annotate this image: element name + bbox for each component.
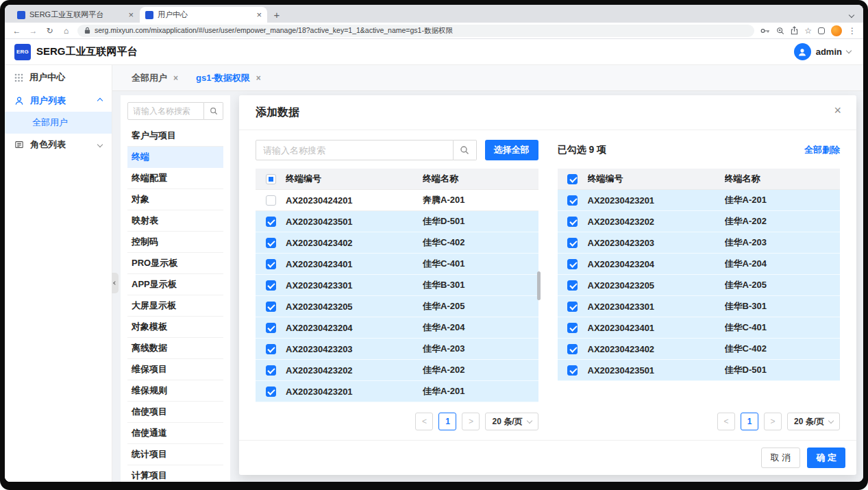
category-search-input[interactable] xyxy=(127,102,204,120)
category-item[interactable]: PRO显示板 xyxy=(127,253,223,274)
category-item[interactable]: 信使通道 xyxy=(127,423,223,444)
bookmark-star-icon[interactable]: ☆ xyxy=(804,27,812,35)
table-row[interactable]: AX20230423203 佳华A-203 xyxy=(558,232,841,254)
table-row[interactable]: AX20230423301 佳华B-301 xyxy=(256,275,538,296)
password-key-icon[interactable] xyxy=(760,28,770,34)
table-row[interactable]: AX20230423501 佳华D-501 xyxy=(256,211,538,232)
table-scrollbar[interactable] xyxy=(537,271,541,300)
row-checkbox[interactable] xyxy=(266,365,276,376)
table-row[interactable]: AX20230423401 佳华C-401 xyxy=(558,317,841,339)
sidebar-item-all-users[interactable]: 全部用户 xyxy=(5,112,112,134)
row-checkbox[interactable] xyxy=(567,280,578,291)
sidebar-item-user-center[interactable]: 用户中心 xyxy=(5,65,112,90)
table-row[interactable]: AX20230423205 佳华A-205 xyxy=(256,296,538,317)
pagination-next-button[interactable]: > xyxy=(462,413,480,430)
table-row[interactable]: AX20230423201 佳华A-201 xyxy=(256,381,538,402)
table-row[interactable]: AX20230423204 佳华A-204 xyxy=(256,317,538,339)
table-row[interactable]: AX20230423402 佳华C-402 xyxy=(558,339,841,360)
forward-button[interactable]: → xyxy=(28,27,38,35)
category-item[interactable]: 控制码 xyxy=(127,232,223,253)
row-checkbox[interactable] xyxy=(266,217,276,227)
row-checkbox[interactable] xyxy=(266,238,276,248)
content-tab[interactable]: 全部用户 × xyxy=(132,72,178,84)
category-item[interactable]: 终端 xyxy=(127,147,223,168)
table-row[interactable]: AX20230423402 佳华C-402 xyxy=(256,232,538,254)
confirm-button[interactable]: 确 定 xyxy=(807,448,845,468)
category-item[interactable]: 维保项目 xyxy=(127,359,223,380)
row-checkbox[interactable] xyxy=(266,259,276,269)
category-item[interactable]: 客户与项目 xyxy=(127,125,223,147)
row-checkbox[interactable] xyxy=(567,365,578,376)
browser-profile-avatar[interactable] xyxy=(831,25,842,36)
table-row[interactable]: AX20230423205 佳华A-205 xyxy=(558,275,841,296)
category-item[interactable]: 映射表 xyxy=(127,210,223,232)
tab-close-icon[interactable]: × xyxy=(128,10,134,19)
category-item[interactable]: 对象 xyxy=(127,189,223,210)
table-row[interactable]: AX20230423202 佳华A-202 xyxy=(558,211,841,232)
pagination-page-button[interactable]: 1 xyxy=(741,413,758,430)
category-item[interactable]: 信使项目 xyxy=(127,402,223,423)
category-item[interactable]: 计算项目 xyxy=(127,465,223,482)
table-row[interactable]: AX20230423501 佳华D-501 xyxy=(558,360,841,381)
pagination-prev-button[interactable]: < xyxy=(415,413,433,430)
new-tab-button[interactable]: + xyxy=(269,7,285,23)
category-item[interactable]: 统计项目 xyxy=(127,444,223,465)
select-all-checkbox[interactable] xyxy=(567,174,578,184)
category-item[interactable]: 终端配置 xyxy=(127,168,223,189)
sidebar-group-role-list[interactable]: 角色列表 xyxy=(5,134,112,156)
table-row[interactable]: AX20230423301 佳华B-301 xyxy=(558,296,841,317)
row-checkbox[interactable] xyxy=(567,344,578,354)
pagination-page-button[interactable]: 1 xyxy=(438,413,456,430)
row-checkbox[interactable] xyxy=(266,302,276,312)
tab-search-icon[interactable] xyxy=(850,13,856,17)
table-row[interactable]: AX20230423201 佳华A-201 xyxy=(558,190,841,211)
back-button[interactable]: ← xyxy=(12,27,22,35)
tab-close-icon[interactable]: × xyxy=(256,73,261,83)
user-menu[interactable]: admin xyxy=(794,43,851,60)
row-checkbox[interactable] xyxy=(567,217,578,227)
row-checkbox[interactable] xyxy=(567,259,578,269)
cancel-button[interactable]: 取 消 xyxy=(761,448,801,468)
content-tab[interactable]: gs1-数据权限 × xyxy=(196,72,261,84)
share-icon[interactable] xyxy=(791,26,798,35)
row-checkbox[interactable] xyxy=(266,387,276,397)
table-row[interactable]: AX20230424201 奔腾A-201 xyxy=(256,190,538,211)
table-row[interactable]: AX20230423204 佳华A-204 xyxy=(558,254,841,275)
row-checkbox[interactable] xyxy=(567,302,578,312)
browser-tab[interactable]: 用户中心 × xyxy=(140,7,267,23)
row-checkbox[interactable] xyxy=(567,195,578,206)
browser-menu-icon[interactable]: ⋮ xyxy=(848,27,856,35)
category-item[interactable]: 大屏显示板 xyxy=(127,295,223,317)
select-all-checkbox[interactable] xyxy=(266,174,276,184)
row-checkbox[interactable] xyxy=(266,323,276,333)
sidebar-collapse-handle[interactable] xyxy=(112,273,119,293)
source-search-input[interactable] xyxy=(256,140,454,160)
zoom-icon[interactable] xyxy=(776,27,784,35)
pagination-next-button[interactable]: > xyxy=(764,413,782,430)
row-checkbox[interactable] xyxy=(567,323,578,333)
home-button[interactable]: ⌂ xyxy=(61,27,71,35)
sidebar-group-user-list[interactable]: 用户列表 xyxy=(5,90,112,112)
reading-list-icon[interactable] xyxy=(818,27,825,34)
source-search-button[interactable] xyxy=(454,140,477,160)
browser-tab[interactable]: SERG工业互联网平台 × xyxy=(12,7,139,23)
row-checkbox[interactable] xyxy=(266,280,276,291)
delete-all-link[interactable]: 全部删除 xyxy=(804,144,840,156)
page-size-select[interactable]: 20 条/页 xyxy=(485,413,538,430)
category-search-button[interactable] xyxy=(204,102,223,120)
address-bar[interactable]: serg.mixyun.com/mixapplication/#/user/us… xyxy=(77,25,754,37)
tab-close-icon[interactable]: × xyxy=(256,10,262,19)
tab-close-icon[interactable]: × xyxy=(173,73,178,83)
row-checkbox[interactable] xyxy=(567,238,578,248)
category-item[interactable]: APP显示板 xyxy=(127,274,223,295)
select-all-button[interactable]: 选择全部 xyxy=(485,140,538,160)
category-item[interactable]: 维保规则 xyxy=(127,380,223,402)
table-row[interactable]: AX20230423203 佳华A-203 xyxy=(256,339,538,360)
category-item[interactable]: 对象模板 xyxy=(127,317,223,338)
row-checkbox[interactable] xyxy=(266,344,276,354)
category-item[interactable]: 离线数据 xyxy=(127,338,223,359)
table-row[interactable]: AX20230423401 佳华C-401 xyxy=(256,254,538,275)
user-avatar[interactable] xyxy=(794,43,811,60)
page-size-select[interactable]: 20 条/页 xyxy=(787,413,840,430)
table-row[interactable]: AX20230423202 佳华A-202 xyxy=(256,360,538,381)
